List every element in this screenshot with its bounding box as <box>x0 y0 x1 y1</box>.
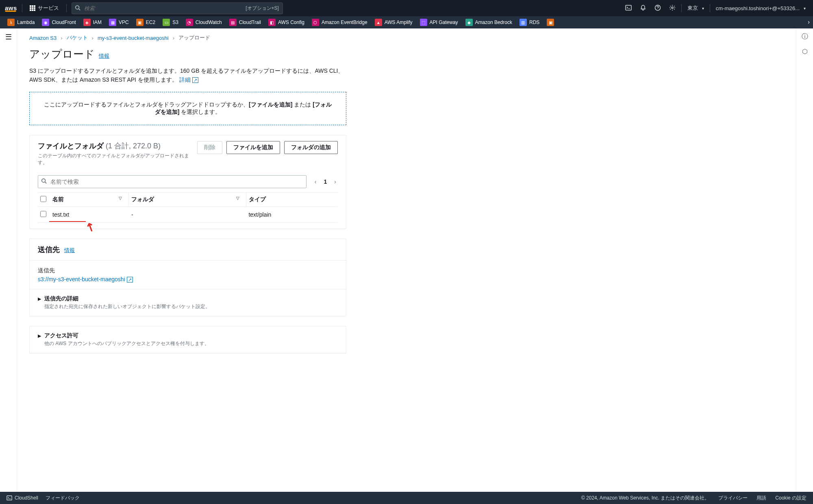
fav-amplify[interactable]: ▲AWS Amplify <box>372 17 416 27</box>
expander-title: アクセス許可 <box>44 332 209 339</box>
page-next[interactable]: › <box>333 178 338 186</box>
col-name[interactable]: 名前▽ <box>50 192 129 206</box>
help-rail: ⓘ ⬡ <box>796 28 813 492</box>
services-menu[interactable]: サービス <box>27 3 61 13</box>
crumb-s3[interactable]: Amazon S3 <box>29 35 57 41</box>
fav-s3[interactable]: ▭S3 <box>159 17 182 27</box>
aws-logo[interactable]: aws <box>5 4 17 12</box>
svg-line-6 <box>45 182 47 183</box>
svg-rect-2 <box>626 5 631 10</box>
info-link[interactable]: 情報 <box>99 52 109 60</box>
col-type[interactable]: タイプ <box>246 192 338 206</box>
permissions-expander[interactable]: ▶ アクセス許可 他の AWS アカウントへのパブリックアクセスとアクセス権を付… <box>30 326 346 353</box>
settings-icon[interactable] <box>667 4 678 12</box>
global-search: [オプション+S] <box>72 2 283 14</box>
add-file-button[interactable]: ファイルを追加 <box>226 141 280 154</box>
files-table: 名前▽ フォルダ▽ タイプ test.txt - text/plain <box>38 192 338 223</box>
row-checkbox[interactable] <box>40 211 46 217</box>
delete-button[interactable]: 削除 <box>197 141 222 154</box>
select-all-checkbox[interactable] <box>40 196 46 202</box>
fav-config[interactable]: ◧AWS Config <box>265 17 308 27</box>
svg-line-1 <box>78 9 80 10</box>
cloudwatch-icon: ◔ <box>186 19 193 26</box>
files-title: ファイルとフォルダ (1 合計, 272.0 B) <box>38 142 161 150</box>
fav-apigateway[interactable]: ⬚API Gateway <box>417 17 461 27</box>
destination-label: 送信先 <box>38 267 338 274</box>
region-selector[interactable]: 東京 <box>685 3 706 13</box>
dropzone-text: ここにアップロードするファイルとフォルダをドラッグアンドドロップするか、 <box>44 101 249 108</box>
pagination: ‹ 1 › <box>313 178 338 186</box>
apigateway-icon: ⬚ <box>420 19 427 26</box>
page-description: S3 にアップロードするファイルとフォルダを追加します。160 GB を超えるフ… <box>29 66 346 85</box>
security-icon[interactable]: ⬡ <box>802 48 808 55</box>
table-row[interactable]: test.txt - text/plain <box>38 206 338 222</box>
eventbridge-icon: ⬡ <box>312 19 319 26</box>
cloudfront-icon: ◉ <box>42 19 49 26</box>
fav-cloudtrail[interactable]: ▤CloudTrail <box>226 17 264 27</box>
crumb-buckets[interactable]: バケット <box>67 34 88 41</box>
amplify-icon: ▲ <box>375 19 382 26</box>
fav-scroll-right[interactable]: › <box>806 19 811 25</box>
upload-dropzone[interactable]: ここにアップロードするファイルとフォルダをドラッグアンドドロップするか、[ファイ… <box>29 92 346 125</box>
destination-details-expander[interactable]: ▶ 送信先の詳細 指定された宛先に保存された新しいオブジェクトに影響するバケット… <box>30 289 346 316</box>
fav-bedrock[interactable]: ◆Amazon Bedrock <box>462 17 515 27</box>
files-card: ファイルとフォルダ (1 合計, 272.0 B) このテーブル内のすべてのファ… <box>29 135 346 229</box>
cell-folder: - <box>129 206 246 222</box>
fav-vpc[interactable]: ▦VPC <box>106 17 132 27</box>
fav-cloudwatch[interactable]: ◔CloudWatch <box>183 17 225 27</box>
fav-ec2[interactable]: ▣EC2 <box>133 17 159 27</box>
notifications-icon[interactable] <box>637 4 649 12</box>
expander-desc: 他の AWS アカウントへのパブリックアクセスとアクセス権を付与します。 <box>44 340 209 347</box>
fav-lambda[interactable]: λLambda <box>4 17 38 27</box>
files-count: (1 合計, 272.0 B) <box>106 142 161 150</box>
chevron-right-icon: › <box>61 35 62 41</box>
search-icon <box>75 5 80 12</box>
fav-more[interactable]: ▣ <box>543 17 557 27</box>
fav-iam[interactable]: ◈IAM <box>80 17 105 27</box>
page-title: アップロード 情報 <box>29 47 784 61</box>
vpc-icon: ▦ <box>109 19 116 26</box>
sort-icon: ▽ <box>236 196 239 200</box>
destination-card: 送信先 情報 送信先 s3://my-s3-event-bucket-maego… <box>29 239 346 316</box>
cloudshell-icon[interactable] <box>623 4 634 12</box>
page-prev[interactable]: ‹ <box>313 178 318 186</box>
fav-cloudfront[interactable]: ◉CloudFront <box>39 17 79 27</box>
main-content: Amazon S3 › バケット › my-s3-event-bucket-ma… <box>17 28 796 492</box>
sort-icon: ▽ <box>119 196 122 200</box>
fav-eventbridge[interactable]: ⬡Amazon EventBridge <box>309 17 371 27</box>
s3-icon: ▭ <box>163 19 170 26</box>
triangle-right-icon: ▶ <box>38 333 41 339</box>
destination-link[interactable]: s3://my-s3-event-bucket-maegoshi <box>38 276 133 282</box>
col-folder[interactable]: フォルダ▽ <box>129 192 246 206</box>
detail-link[interactable]: 詳細 <box>179 76 198 83</box>
add-folder-button[interactable]: フォルダの追加 <box>284 141 338 154</box>
divider <box>681 4 682 12</box>
grid-icon <box>30 5 35 11</box>
destination-header: 送信先 情報 <box>30 239 346 261</box>
files-filter-input[interactable] <box>38 175 307 188</box>
dropzone-add-files: [ファイルを追加] <box>249 101 292 108</box>
config-icon: ◧ <box>268 19 276 26</box>
lambda-icon: λ <box>7 19 15 26</box>
sidebar-toggle[interactable]: ☰ <box>0 28 17 492</box>
triangle-right-icon: ▶ <box>38 296 41 302</box>
account-menu[interactable]: cm-maegoshi.toshinori+@+53326... <box>713 4 808 13</box>
crumb-current: アップロード <box>178 34 210 41</box>
fav-rds[interactable]: ▥RDS <box>516 17 543 27</box>
help-icon[interactable] <box>652 4 663 12</box>
chevron-right-icon: › <box>173 35 174 41</box>
top-nav: aws サービス [オプション+S] 東京 cm-maegoshi.toshin… <box>0 0 813 16</box>
rds-icon: ▥ <box>520 19 527 26</box>
divider <box>22 4 22 12</box>
svg-point-4 <box>672 7 673 9</box>
crumb-bucket[interactable]: my-s3-event-bucket-maegoshi <box>98 35 169 41</box>
permissions-card: ▶ アクセス許可 他の AWS アカウントへのパブリックアクセスとアクセス権を付… <box>29 326 346 353</box>
info-link[interactable]: 情報 <box>64 247 75 253</box>
chevron-right-icon: › <box>92 35 93 41</box>
cell-type: text/plain <box>246 206 338 222</box>
info-icon[interactable]: ⓘ <box>802 33 808 41</box>
svg-point-5 <box>42 179 46 182</box>
breadcrumb: Amazon S3 › バケット › my-s3-event-bucket-ma… <box>29 34 784 41</box>
expander-desc: 指定された宛先に保存された新しいオブジェクトに影響するバケット設定。 <box>44 303 210 310</box>
services-label: サービス <box>38 4 59 12</box>
